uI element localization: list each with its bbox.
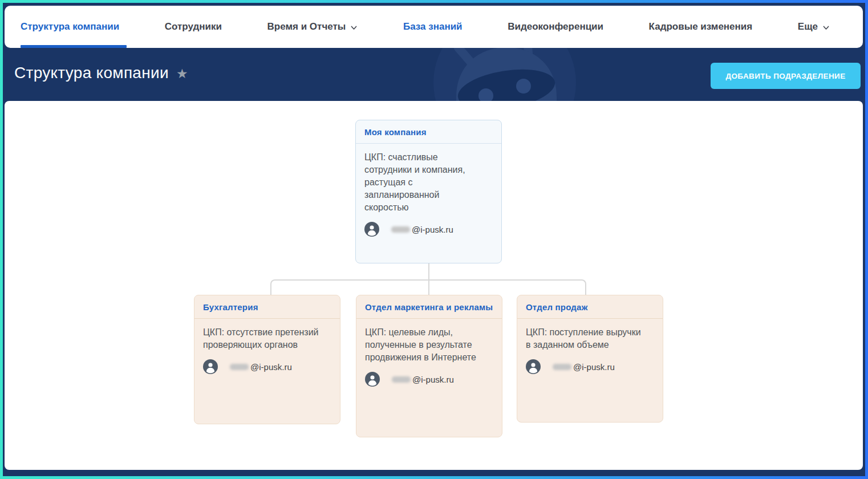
user-avatar-icon: [203, 359, 218, 374]
tab-label: Структура компании: [21, 21, 119, 33]
tab-label: Видеоконференции: [508, 21, 603, 33]
org-card-sales[interactable]: Отдел продаж ЦКП: поступление выручки в …: [517, 295, 663, 423]
card-description: ЦКП: целевые лиды, полученные в результа…: [365, 326, 486, 364]
card-body: ЦКП: счастливые сотрудники и компания, р…: [356, 144, 501, 237]
tab-time-and-reports[interactable]: Время и Отчеты: [267, 21, 358, 33]
blurred-email-prefix: [391, 226, 410, 233]
org-card-marketing[interactable]: Отдел маркетинга и рекламы ЦКП: целевые …: [356, 295, 502, 437]
card-description: ЦКП: поступление выручки в заданном объе…: [526, 326, 647, 351]
tab-company-structure[interactable]: Структура компании: [21, 21, 119, 33]
manager-row[interactable]: @i-pusk.ru: [364, 222, 493, 237]
card-description: ЦКП: счастливые сотрудники и компания, р…: [364, 151, 485, 214]
manager-email: @i-pusk.ru: [230, 362, 292, 372]
org-chart-canvas: Моя компания ЦКП: счастливые сотрудники …: [5, 101, 863, 470]
active-tab-underline: [21, 45, 127, 48]
tab-label: Кадровые изменения: [649, 21, 753, 33]
tab-knowledge-base[interactable]: База знаний: [403, 21, 463, 33]
blurred-email-prefix: [230, 364, 249, 370]
card-header: Моя компания: [356, 120, 501, 144]
card-header: Отдел маркетинга и рекламы: [356, 295, 502, 319]
manager-row[interactable]: @i-pusk.ru: [365, 372, 493, 387]
tab-hr-changes[interactable]: Кадровые изменения: [649, 21, 753, 33]
email-domain: @i-pusk.ru: [412, 225, 453, 234]
page-background: Структура компании Сотрудники Время и От…: [3, 3, 865, 476]
tab-label: Еще: [798, 21, 818, 33]
tab-label: Время и Отчеты: [267, 21, 346, 33]
tab-label: Сотрудники: [165, 21, 222, 33]
connector-line-branch: [270, 279, 586, 295]
card-body: ЦКП: целевые лиды, полученные в результа…: [356, 319, 502, 387]
manager-email: @i-pusk.ru: [392, 375, 454, 384]
card-header: Отдел продаж: [517, 295, 663, 319]
card-body: ЦКП: поступление выручки в заданном объе…: [517, 319, 663, 374]
card-title[interactable]: Отдел маркетинга и рекламы: [365, 302, 493, 312]
page-title: Структура компании: [14, 64, 169, 82]
card-title[interactable]: Моя компания: [364, 127, 427, 137]
user-avatar-icon: [365, 372, 380, 387]
card-title[interactable]: Бухгалтерия: [203, 302, 258, 312]
tab-more[interactable]: Еще: [798, 21, 830, 33]
card-title[interactable]: Отдел продаж: [526, 302, 587, 312]
manager-email: @i-pusk.ru: [553, 362, 615, 372]
card-body: ЦКП: отсутствие претензий проверяющих ор…: [194, 319, 340, 374]
blurred-email-prefix: [392, 376, 411, 383]
blurred-email-prefix: [553, 364, 571, 370]
email-domain: @i-pusk.ru: [412, 375, 454, 384]
top-navigation: Структура компании Сотрудники Время и От…: [5, 6, 863, 48]
org-card-my-company[interactable]: Моя компания ЦКП: счастливые сотрудники …: [355, 120, 502, 263]
add-department-button[interactable]: ДОБАВИТЬ ПОДРАЗДЕЛЕНИЕ: [711, 63, 861, 89]
email-domain: @i-pusk.ru: [573, 362, 615, 372]
manager-row[interactable]: @i-pusk.ru: [203, 359, 331, 374]
tab-employees[interactable]: Сотрудники: [165, 21, 222, 33]
manager-row[interactable]: @i-pusk.ru: [526, 359, 654, 374]
screenshot-frame: Структура компании Сотрудники Время и От…: [0, 0, 868, 479]
favorite-star-icon[interactable]: ★: [176, 66, 188, 82]
card-header: Бухгалтерия: [194, 295, 340, 319]
email-domain: @i-pusk.ru: [250, 362, 292, 372]
user-avatar-icon: [526, 359, 541, 374]
org-card-accounting[interactable]: Бухгалтерия ЦКП: отсутствие претензий пр…: [194, 295, 340, 424]
page-header: Структура компании ★ ДОБАВИТЬ ПОДРАЗДЕЛЕ…: [3, 48, 865, 101]
manager-email: @i-pusk.ru: [391, 225, 453, 234]
chevron-down-icon: [350, 24, 358, 31]
card-description: ЦКП: отсутствие претензий проверяющих ор…: [203, 326, 324, 351]
chevron-down-icon: [822, 24, 830, 31]
user-avatar-icon: [364, 222, 379, 237]
tab-label: База знаний: [403, 21, 463, 33]
tab-video-conferences[interactable]: Видеоконференции: [508, 21, 603, 33]
